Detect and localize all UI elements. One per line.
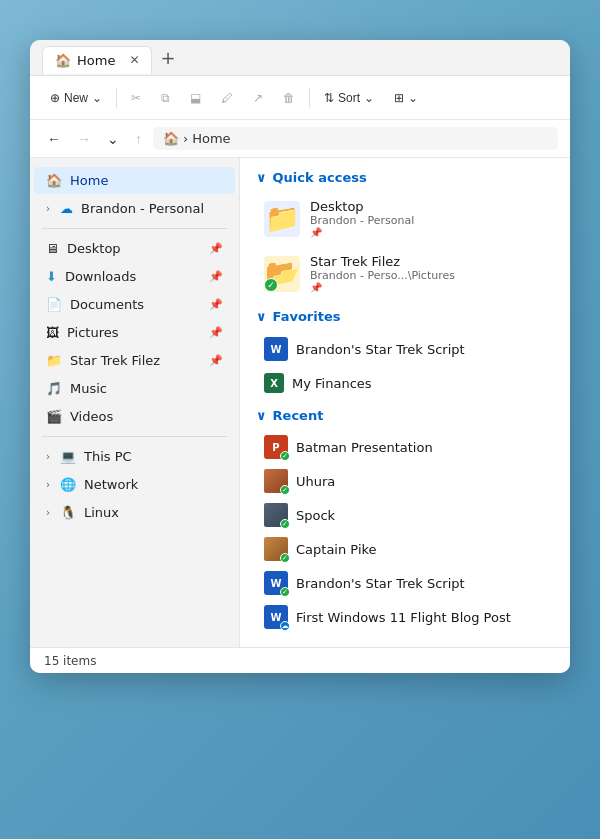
recent-pike-label: Captain Pike [296,542,377,557]
sidebar-startrek-label: Star Trek Filez [70,353,160,368]
desktop-qa-title: Desktop [310,199,414,214]
sidebar-documents-label: Documents [70,297,144,312]
cut-button[interactable]: ✂ [123,87,149,109]
paste-button[interactable]: ⬓ [182,87,209,109]
recent-item-pike[interactable]: ✓ Captain Pike [256,533,554,565]
spock-sync-badge: ✓ [280,519,290,529]
pictures-pin-icon: 📌 [209,326,223,339]
sidebar-item-onedrive[interactable]: › ☁ Brandon - Personal [34,195,235,222]
recent-header[interactable]: ∨ Recent [256,408,554,423]
batman-icon-wrapper: P ✓ [264,435,288,459]
breadcrumb-separator: › [183,131,188,146]
recent-item-uhura[interactable]: ✓ Uhura [256,465,554,497]
startrek-pin-icon: 📌 [209,354,223,367]
recent-item-spock[interactable]: ✓ Spock [256,499,554,531]
sidebar-item-documents[interactable]: 📄 Documents 📌 [34,291,235,318]
tab-close-button[interactable]: ✕ [129,53,139,67]
favorites-item-finances[interactable]: X My Finances [256,368,554,398]
excel-icon-finances: X [264,373,284,393]
favorites-header[interactable]: ∨ Favorites [256,309,554,324]
view-button[interactable]: ⊞ ⌄ [386,87,426,109]
favorites-item-startrekscript[interactable]: W Brandon's Star Trek Script [256,332,554,366]
sidebar-onedrive-label: Brandon - Personal [81,201,204,216]
onedrive-icon: ☁ [60,201,73,216]
sidebar-desktop-label: Desktop [67,241,121,256]
word-icon-startrek: W [264,337,288,361]
recent-label: Recent [273,408,324,423]
toolbar: ⊕ New ⌄ ✂ ⧉ ⬓ 🖊 ↗ 🗑 ⇅ Sort ⌄ ⊞ [30,76,570,120]
expand-icon: › [46,203,50,214]
documents-icon: 📄 [46,297,62,312]
sort-button[interactable]: ⇅ Sort ⌄ [316,87,382,109]
startrek-sync-badge: ✓ [264,278,278,292]
sidebar-item-home[interactable]: 🏠 Home [34,167,235,194]
new-label: New [64,91,88,105]
breadcrumb[interactable]: 🏠 › Home [153,127,558,150]
address-bar: ← → ⌄ ↑ 🏠 › Home [30,120,570,158]
recent-batman-label: Batman Presentation [296,440,433,455]
home-icon: 🏠 [46,173,62,188]
recent-startrekscript2-label: Brandon's Star Trek Script [296,576,465,591]
sidebar-item-videos[interactable]: 🎬 Videos [34,403,235,430]
startrek-qa-pin: 📌 [310,282,455,293]
sidebar-item-network[interactable]: › 🌐 Network [34,471,235,498]
delete-icon: 🗑 [283,91,295,105]
thispc-expand-icon: › [46,451,50,462]
recent-item-batman[interactable]: P ✓ Batman Presentation [256,431,554,463]
rename-button[interactable]: 🖊 [213,87,241,109]
startrek-qa-text: Star Trek Filez Brandon - Perso...\Pictu… [310,254,455,293]
sidebar-thispc-label: This PC [84,449,132,464]
uhura-icon-wrapper: ✓ [264,469,288,493]
sidebar-item-music[interactable]: 🎵 Music [34,375,235,402]
cut-icon: ✂ [131,91,141,105]
view-dropdown-icon: ⌄ [408,91,418,105]
recent-item-blogpost[interactable]: W ☁ First Windows 11 Flight Blog Post [256,601,554,633]
sidebar-downloads-label: Downloads [65,269,136,284]
rename-icon: 🖊 [221,91,233,105]
batman-sync-badge: ✓ [280,451,290,461]
sidebar-item-desktop[interactable]: 🖥 Desktop 📌 [34,235,235,262]
file-explorer-window: 🏠 Home ✕ + ⊕ New ⌄ ✂ ⧉ ⬓ 🖊 ↗ 🗑 [30,40,570,673]
downloads-pin-icon: 📌 [209,270,223,283]
sidebar-item-thispc[interactable]: › 💻 This PC [34,443,235,470]
sidebar-linux-label: Linux [84,505,119,520]
sidebar-divider-2 [42,436,227,437]
copy-icon: ⧉ [161,91,170,105]
thispc-icon: 💻 [60,449,76,464]
sidebar-item-linux[interactable]: › 🐧 Linux [34,499,235,526]
startrekscript2-icon-wrapper: W ✓ [264,571,288,595]
copy-button[interactable]: ⧉ [153,87,178,109]
recent-collapse-icon: ∨ [256,408,267,423]
favorites-collapse-icon: ∨ [256,309,267,324]
delete-button[interactable]: 🗑 [275,87,303,109]
new-tab-button[interactable]: + [160,47,175,68]
recent-locations-button[interactable]: ⌄ [102,128,124,150]
new-button[interactable]: ⊕ New ⌄ [42,87,110,109]
share-button[interactable]: ↗ [245,87,271,109]
desktop-qa-pin: 📌 [310,227,414,238]
desktop-qa-text: Desktop Brandon - Personal 📌 [310,199,414,238]
share-icon: ↗ [253,91,263,105]
sidebar-item-pictures[interactable]: 🖼 Pictures 📌 [34,319,235,346]
spock-icon-wrapper: ✓ [264,503,288,527]
view-icon: ⊞ [394,91,404,105]
back-button[interactable]: ← [42,128,66,150]
startrek-folder-icon: 📁 [46,353,62,368]
quick-access-startrek[interactable]: 📂 ✓ Star Trek Filez Brandon - Perso...\P… [256,248,554,299]
linux-icon: 🐧 [60,505,76,520]
sort-label: Sort [338,91,360,105]
sidebar-music-label: Music [70,381,107,396]
active-tab[interactable]: 🏠 Home ✕ [42,46,152,74]
sidebar-item-downloads[interactable]: ⬇ Downloads 📌 [34,263,235,290]
quick-access-label: Quick access [273,170,367,185]
quick-access-desktop[interactable]: 📁 Desktop Brandon - Personal 📌 [256,193,554,244]
sidebar-network-label: Network [84,477,138,492]
network-expand-icon: › [46,479,50,490]
music-icon: 🎵 [46,381,62,396]
forward-button[interactable]: → [72,128,96,150]
downloads-icon: ⬇ [46,269,57,284]
quick-access-header[interactable]: ∨ Quick access [256,170,554,185]
recent-item-startrekscript2[interactable]: W ✓ Brandon's Star Trek Script [256,567,554,599]
sidebar-item-startrekfilez[interactable]: 📁 Star Trek Filez 📌 [34,347,235,374]
up-button[interactable]: ↑ [130,128,147,150]
